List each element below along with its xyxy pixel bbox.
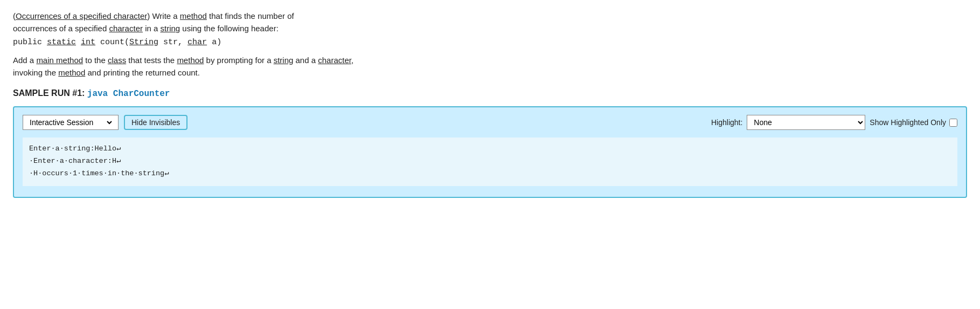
session-container: Interactive Session File Input Expected … (13, 106, 967, 198)
sample-run-heading: SAMPLE RUN #1: java CharCounter (13, 88, 967, 99)
highlight-area: Highlight: None Differences Errors Show … (711, 115, 957, 130)
term-character2: character (318, 56, 351, 65)
problem-paragraph2: Add a main method to the class that test… (13, 54, 967, 79)
term-static: static (47, 38, 76, 47)
term-method2: method (177, 56, 204, 65)
show-highlighted-label: Show Highlighted Only (870, 118, 946, 127)
term-string3: string (274, 56, 294, 65)
highlight-label: Highlight: (711, 118, 742, 127)
output-line-2: ·Enter·a·character:H↵ (29, 155, 951, 168)
term-character1: character (109, 24, 143, 33)
session-type-select-wrapper[interactable]: Interactive Session File Input Expected … (23, 115, 119, 130)
show-highlighted-area: Show Highlighted Only (870, 118, 957, 127)
highlight-dropdown[interactable]: None Differences Errors (747, 115, 865, 130)
hide-invisibles-button[interactable]: Hide Invisibles (124, 115, 187, 130)
term-string1: string (161, 24, 180, 33)
problem-description: (Occurrences of a specified character) W… (13, 10, 967, 79)
problem-paragraph1: (Occurrences of a specified character) W… (13, 10, 967, 49)
term-method1: method (180, 11, 207, 20)
session-toolbar: Interactive Session File Input Expected … (23, 115, 957, 130)
term-int: int (81, 38, 95, 47)
output-line-3: ·H·occurs·1·times·in·the·string↵ (29, 168, 951, 180)
term-occurrences: Occurrences of a specified character (16, 11, 147, 20)
term-string2: String (129, 38, 158, 47)
session-type-dropdown[interactable]: Interactive Session File Input Expected … (27, 118, 114, 127)
show-highlighted-checkbox[interactable] (949, 119, 957, 127)
term-method3: method (58, 68, 85, 77)
term-class: class (108, 56, 126, 65)
sample-run-prefix: SAMPLE RUN #1: (13, 88, 85, 98)
term-char: char (187, 38, 207, 47)
highlight-select-wrapper[interactable]: None Differences Errors (747, 115, 865, 130)
sample-run-code: java CharCounter (87, 89, 170, 99)
session-output: Enter·a·string:Hello↵ ·Enter·a·character… (23, 138, 957, 186)
output-line-1: Enter·a·string:Hello↵ (29, 143, 951, 155)
term-main-method: main method (36, 56, 83, 65)
